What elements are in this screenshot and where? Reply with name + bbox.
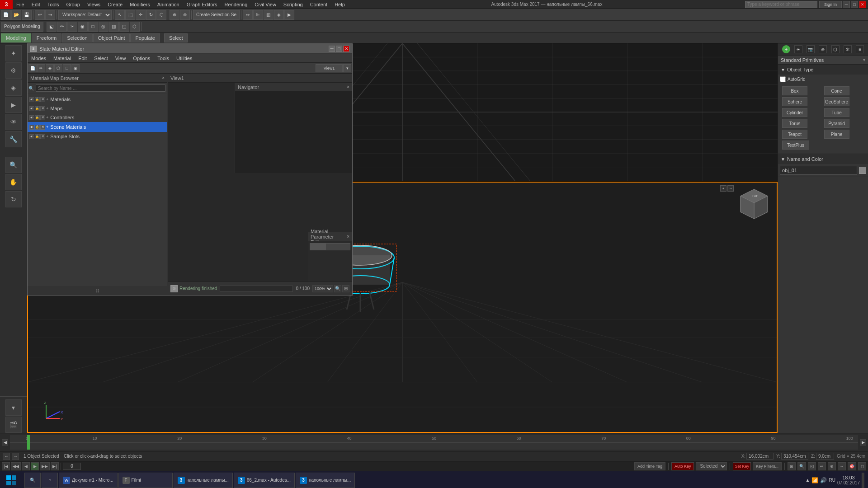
prim-btn-cone[interactable]: Cone	[824, 86, 849, 95]
polygon-modeling-btn[interactable]: Polygon Modeling	[1, 22, 43, 32]
ctrl-x[interactable]: ✕	[40, 115, 45, 120]
mat-row-eye[interactable]: 👁	[29, 97, 34, 102]
tree-item-maps[interactable]: + Maps	[46, 104, 62, 113]
scene-x[interactable]: ✕	[40, 125, 45, 130]
task-word[interactable]: W Документ1 - Micro...	[59, 473, 118, 488]
add-time-tag-btn[interactable]: Add Time Tag	[634, 462, 665, 470]
prim-btn-geosphere[interactable]: GeoSphere	[824, 97, 849, 106]
key-filters-btn[interactable]: Key Filters...	[753, 462, 782, 470]
viewport-nav-btn3[interactable]: ◱	[808, 462, 816, 470]
rp-icon-systems[interactable]: ✼	[844, 45, 852, 53]
t3-btn8[interactable]: ◱	[119, 22, 129, 32]
snap-button[interactable]: ⊕	[170, 10, 179, 20]
play-back-btn[interactable]: ◀	[22, 462, 30, 470]
persp-nav-btn1[interactable]: +	[720, 185, 726, 192]
slate-menu-view[interactable]: View	[112, 54, 130, 62]
tree-item-scene-materials[interactable]: + Scene Materials	[46, 122, 86, 131]
mat-row-lock[interactable]: 🔒	[35, 97, 40, 102]
prim-btn-cylinder[interactable]: Cylinder	[782, 108, 807, 117]
view-cube[interactable]: TOP	[736, 187, 772, 224]
slate-menu-tools[interactable]: Tools	[154, 54, 173, 62]
prim-btn-teapot[interactable]: Teapot	[782, 130, 807, 139]
slate-menu-material[interactable]: Material	[50, 54, 75, 62]
task-search[interactable]: 🔍	[24, 473, 41, 488]
angle-snap-button[interactable]: ⊗	[180, 10, 190, 20]
slate-zoom-btn[interactable]: 🔍	[334, 285, 341, 292]
rp-icon-light[interactable]: ☀	[794, 45, 802, 53]
navigator-close[interactable]: ×	[347, 84, 349, 89]
rotate-button[interactable]: ↻	[146, 10, 156, 20]
next-frame-btn[interactable]: ▶|	[51, 462, 59, 470]
tree-item-sample-slots[interactable]: + Sample Slots	[46, 132, 80, 141]
t3-btn6[interactable]: ◎	[99, 22, 108, 32]
mode-object-paint[interactable]: Object Paint	[93, 33, 130, 42]
display-panel-btn[interactable]: 👁	[5, 114, 22, 130]
undo-button[interactable]: ↩	[35, 10, 45, 20]
prev-frame-btn[interactable]: |◀	[2, 462, 10, 470]
t3-btn7[interactable]: ▥	[109, 22, 119, 32]
slate-menu-edit[interactable]: Edit	[75, 54, 90, 62]
layer-button[interactable]: ▥	[264, 10, 274, 20]
slate-tb-btn2[interactable]: ✏	[37, 64, 45, 72]
tl-next-btn[interactable]: ▶	[860, 439, 866, 446]
slate-zoom-select[interactable]: 100%	[312, 285, 333, 292]
prim-btn-textplus[interactable]: TextPlus	[782, 141, 809, 150]
viewport-nav-btn4[interactable]: ↩	[818, 462, 826, 470]
t3-btn4[interactable]: ◉	[78, 22, 88, 32]
view1-content[interactable]: Navigator × Material Parameter Editor ×	[168, 83, 352, 282]
maps-eye[interactable]: 👁	[29, 106, 34, 111]
scene-eye[interactable]: 👁	[29, 125, 34, 130]
filter-btn[interactable]: ▾	[5, 399, 22, 416]
t3-btn1[interactable]: ⬕	[47, 22, 57, 32]
prim-btn-box[interactable]: Box	[782, 86, 807, 95]
task-3ds3[interactable]: 3 напольные лампы...	[296, 473, 355, 488]
workspace-dropdown[interactable]: Workspace: Default	[58, 10, 112, 20]
ctrl-eye[interactable]: 👁	[29, 115, 34, 120]
timeline-bar[interactable]: 0 10 20 30 40 50 60 70 80 90 100	[10, 435, 858, 450]
object-type-header[interactable]: ▼ Object Type	[778, 65, 868, 75]
select-mode-btn[interactable]: Select	[164, 33, 188, 42]
rp-icon-helpers[interactable]: ⊕	[819, 45, 827, 53]
status-icon2[interactable]: →	[12, 453, 19, 460]
window-maximize[interactable]: □	[336, 46, 342, 52]
redo-button[interactable]: ↪	[45, 10, 55, 20]
scale-button[interactable]: ⬡	[156, 10, 166, 20]
slate-view-dropdown[interactable]: ▾	[343, 64, 351, 72]
menu-views[interactable]: Views	[84, 0, 104, 9]
sample-x[interactable]: ✕	[40, 134, 45, 139]
task-3ds1[interactable]: 3 напольные лампы...	[174, 473, 233, 488]
mat-row-x[interactable]: ✕	[40, 97, 45, 102]
slate-tb-btn3[interactable]: ◈	[46, 64, 54, 72]
slate-menu-select[interactable]: Select	[90, 54, 112, 62]
maps-lock[interactable]: 🔒	[35, 106, 40, 111]
slate-menu-utilities[interactable]: Utilities	[173, 54, 196, 62]
menu-modifiers[interactable]: Modifiers	[126, 0, 154, 9]
name-color-header[interactable]: ▼ Name and Color	[778, 154, 868, 164]
persp-nav-btn2[interactable]: →	[727, 185, 734, 192]
play-fwd-btn[interactable]: ▶	[31, 462, 39, 470]
frame-number-field[interactable]: 0	[63, 463, 81, 470]
autogrid-checkbox[interactable]	[780, 76, 786, 82]
slate-editor-titlebar[interactable]: S Slate Material Editor ─ □ ✕	[28, 44, 352, 54]
hierarchy-panel-btn[interactable]: ◈	[5, 80, 22, 96]
menu-group[interactable]: Group	[62, 0, 84, 9]
mat-browser-close[interactable]: ×	[162, 75, 165, 80]
prim-btn-plane[interactable]: Plane	[824, 130, 849, 139]
rp-icon-shapes[interactable]: ⬡	[831, 45, 840, 53]
slate-tb-btn6[interactable]: ◉	[71, 64, 80, 72]
start-button[interactable]	[0, 471, 23, 488]
viewport-nav-btn8[interactable]: ◻	[858, 462, 866, 470]
task-filmi[interactable]: F Filmi	[118, 473, 173, 488]
mode-populate[interactable]: Populate	[130, 33, 160, 42]
ctrl-lock[interactable]: 🔒	[35, 115, 40, 120]
minimize-button[interactable]: ─	[843, 1, 850, 8]
slate-fit-btn[interactable]: ⊞	[342, 285, 349, 292]
viewport-nav-btn6[interactable]: ↔	[838, 462, 846, 470]
t3-btn9[interactable]: ⬡	[130, 22, 140, 32]
task-cortana[interactable]: ○	[42, 473, 58, 488]
create-panel-btn[interactable]: ✦	[5, 45, 22, 61]
slate-menu-options[interactable]: Options	[129, 54, 154, 62]
task-3ds2[interactable]: 3 66_2.max - Autodes...	[234, 473, 295, 488]
sample-eye[interactable]: 👁	[29, 134, 34, 139]
sign-in-button[interactable]: Sign In	[819, 1, 842, 8]
